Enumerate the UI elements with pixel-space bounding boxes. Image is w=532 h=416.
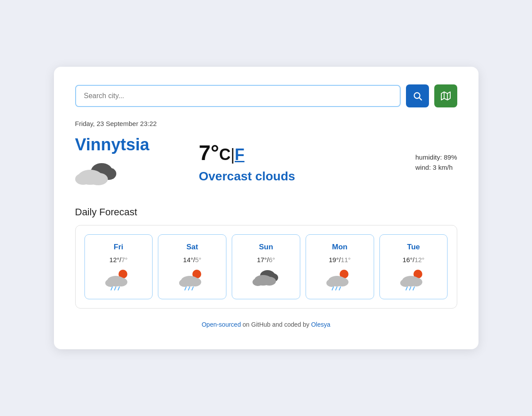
current-weather: Vinnytsia 7° C | F Overcast clouds xyxy=(75,135,457,189)
forecast-outer: Fri 12°/7° Sat 14°/5° xyxy=(75,225,457,309)
svg-point-58 xyxy=(410,278,422,286)
svg-line-42 xyxy=(192,287,193,290)
forecast-low-sun: 6° xyxy=(269,256,275,263)
svg-line-61 xyxy=(413,287,414,290)
svg-line-35 xyxy=(118,287,119,290)
forecast-high-mon: 19° xyxy=(329,256,339,263)
svg-point-51 xyxy=(336,278,348,286)
forecast-low-sat: 5° xyxy=(195,256,201,263)
forecast-temp-tue: 16°/12° xyxy=(402,256,425,263)
forecast-temp-sat: 14°/5° xyxy=(183,256,201,263)
forecast-low-fri: 7° xyxy=(121,256,127,263)
footer: Open-sourced on GitHub and coded by Oles… xyxy=(75,321,457,328)
forecast-low-mon: 11° xyxy=(341,256,351,263)
forecast-temp-fri: 12°/7° xyxy=(109,256,127,263)
forecast-day-sun: Sun xyxy=(259,243,273,252)
forecast-day-fri: Fri xyxy=(114,243,123,252)
svg-line-40 xyxy=(185,287,186,290)
search-icon xyxy=(413,91,422,101)
svg-line-41 xyxy=(188,287,190,290)
forecast-icon-fri xyxy=(105,268,132,291)
forecast-icon-sun xyxy=(253,268,279,291)
forecast-high-tue: 16° xyxy=(402,256,413,263)
weather-meta: humidity: 89% wind: 3 km/h xyxy=(415,153,457,171)
svg-point-31 xyxy=(105,279,116,287)
forecast-card-tue: Tue 16°/12° xyxy=(379,234,448,299)
main-card: Friday, 23 September 23:22 Vinnytsia 7° … xyxy=(54,67,478,349)
forecast-grid: Fri 12°/7° Sat 14°/5° xyxy=(84,234,448,299)
forecast-high-sun: 17° xyxy=(257,256,267,263)
date-display: Friday, 23 September 23:22 xyxy=(75,120,457,127)
svg-point-50 xyxy=(326,279,337,287)
svg-line-53 xyxy=(336,287,337,290)
svg-line-54 xyxy=(339,287,341,290)
forecast-icon-mon xyxy=(326,268,353,291)
svg-line-60 xyxy=(410,287,411,290)
temp-unit-celsius: C xyxy=(219,145,230,164)
forecast-high-fri: 12° xyxy=(109,256,119,263)
svg-line-33 xyxy=(111,287,112,290)
forecast-low-tue: 12° xyxy=(414,256,425,263)
search-input[interactable] xyxy=(75,85,401,107)
svg-line-52 xyxy=(332,287,333,290)
forecast-temp-mon: 19°/11° xyxy=(329,256,351,263)
svg-point-46 xyxy=(253,278,263,286)
temp-row: 7° C | F xyxy=(199,141,245,165)
author-link[interactable]: Olesya xyxy=(311,321,330,328)
forecast-icon-sat xyxy=(179,268,206,291)
temp-desc-area: 7° C | F Overcast clouds xyxy=(190,141,416,183)
search-button[interactable] xyxy=(406,84,429,107)
temp-unit-fahrenheit[interactable]: F xyxy=(235,145,245,164)
temp-separator: | xyxy=(230,145,234,164)
map-button[interactable] xyxy=(434,84,457,107)
map-icon xyxy=(441,91,451,101)
svg-point-57 xyxy=(400,279,411,287)
svg-line-34 xyxy=(115,287,116,290)
humidity-display: humidity: 89% xyxy=(415,153,457,161)
forecast-card-sun: Sun 17°/6° xyxy=(232,234,300,299)
city-icon-area: Vinnytsia xyxy=(75,135,190,189)
wind-display: wind: 3 km/h xyxy=(415,164,452,171)
temperature-value: 7° xyxy=(199,141,219,165)
svg-point-28 xyxy=(88,173,108,185)
forecast-icon-tue xyxy=(400,268,427,291)
svg-line-59 xyxy=(406,287,407,290)
svg-marker-20 xyxy=(441,92,450,100)
forecast-card-mon: Mon 19°/11° xyxy=(306,234,374,299)
weather-description: Overcast clouds xyxy=(199,169,295,183)
svg-point-39 xyxy=(189,278,201,286)
forecast-card-sat: Sat 14°/5° xyxy=(158,234,226,299)
forecast-day-tue: Tue xyxy=(407,243,420,252)
svg-point-47 xyxy=(263,277,276,286)
forecast-day-sat: Sat xyxy=(186,243,198,252)
current-weather-icon xyxy=(75,158,119,189)
forecast-day-mon: Mon xyxy=(332,243,348,252)
svg-line-19 xyxy=(419,98,421,100)
forecast-high-sat: 14° xyxy=(183,256,193,263)
forecast-card-fri: Fri 12°/7° xyxy=(84,234,153,299)
footer-mid: on GitHub and coded by xyxy=(241,321,311,328)
svg-point-32 xyxy=(115,278,127,286)
forecast-title: Daily Forecast xyxy=(75,206,457,218)
github-link[interactable]: Open-sourced xyxy=(202,321,241,328)
forecast-temp-sun: 17°/6° xyxy=(257,256,275,263)
search-row xyxy=(75,84,457,107)
city-name: Vinnytsia xyxy=(75,135,149,154)
svg-point-38 xyxy=(179,279,190,287)
